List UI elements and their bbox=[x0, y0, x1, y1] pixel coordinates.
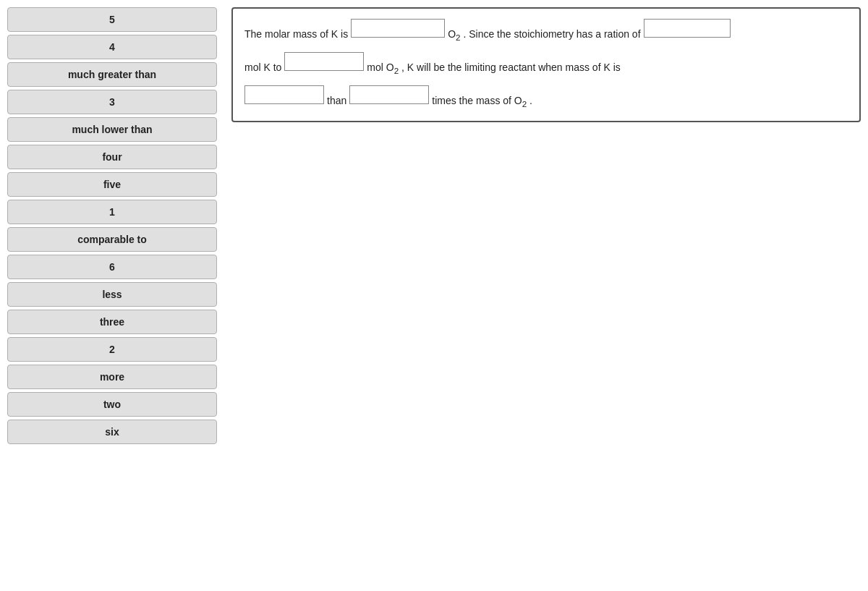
drag-item-6[interactable]: 6 bbox=[7, 255, 217, 279]
drag-item-six[interactable]: six bbox=[7, 420, 217, 444]
sentence-row-3: than times the mass of O2 . bbox=[244, 85, 848, 111]
drag-item-5[interactable]: 5 bbox=[7, 7, 217, 32]
row2-text1: mol K to bbox=[244, 59, 281, 77]
drag-item-comparable-to[interactable]: comparable to bbox=[7, 227, 217, 252]
drop-box-comparison[interactable] bbox=[244, 85, 324, 104]
drop-box-mol-k[interactable] bbox=[284, 52, 364, 71]
drag-item-1[interactable]: 1 bbox=[7, 200, 217, 224]
drag-item-three[interactable]: three bbox=[7, 310, 217, 334]
row1-o2: O2 . Since the stoichiometry has a ratio… bbox=[448, 25, 640, 45]
row1-text1: The molar mass of K is bbox=[244, 25, 348, 43]
drop-box-molar-mass[interactable] bbox=[351, 19, 445, 38]
drag-item-2[interactable]: 2 bbox=[7, 337, 217, 362]
drag-item-two[interactable]: two bbox=[7, 392, 217, 417]
drag-item-four[interactable]: four bbox=[7, 145, 217, 169]
drag-item-five[interactable]: five bbox=[7, 172, 217, 197]
drag-item-less[interactable]: less bbox=[7, 282, 217, 307]
drag-item-more[interactable]: more bbox=[7, 365, 217, 389]
answer-panel: The molar mass of K is O2 . Since the st… bbox=[231, 7, 861, 122]
sentence-row-1: The molar mass of K is O2 . Since the st… bbox=[244, 19, 848, 45]
drag-item-3[interactable]: 3 bbox=[7, 90, 217, 114]
row3-times-o2: times the mass of O2 . bbox=[432, 92, 532, 111]
drag-item-much-lower-than[interactable]: much lower than bbox=[7, 117, 217, 142]
drop-box-ratio[interactable] bbox=[644, 19, 731, 38]
drag-item-much-greater-than[interactable]: much greater than bbox=[7, 62, 217, 87]
row3-than: than bbox=[327, 92, 346, 110]
sentence-row-2: mol K to mol O2 , K will be the limiting… bbox=[244, 52, 848, 78]
row2-mol-o2: mol O2 , K will be the limiting reactant… bbox=[367, 59, 620, 78]
drag-items-panel: 5 4 much greater than 3 much lower than … bbox=[7, 7, 217, 444]
drop-box-times[interactable] bbox=[349, 85, 429, 104]
drag-item-4[interactable]: 4 bbox=[7, 35, 217, 59]
